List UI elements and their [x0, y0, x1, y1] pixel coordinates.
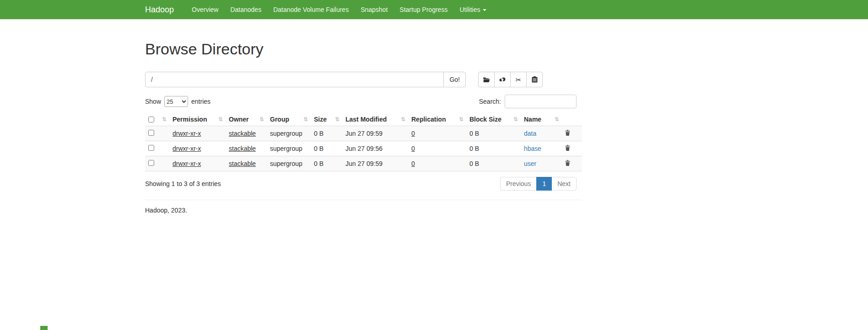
search-control: Search: [479, 95, 577, 108]
column-header-last-modified[interactable]: Last Modified⇅ [343, 113, 409, 126]
permission-value[interactable]: drwxr-xr-x [173, 145, 201, 152]
nav-item-datanode-volume-failures[interactable]: Datanode Volume Failures [267, 0, 355, 19]
path-row: Go! ✂ [145, 72, 582, 87]
column-label: Owner [229, 116, 249, 123]
column-label: Replication [411, 116, 446, 123]
row-checkbox[interactable] [148, 160, 154, 166]
row-checkbox[interactable] [148, 130, 154, 136]
column-header-owner[interactable]: Owner⇅ [226, 113, 268, 126]
nav-item-overview[interactable]: Overview [186, 0, 224, 19]
row-checkbox[interactable] [148, 145, 154, 151]
show-label: Show [145, 98, 161, 105]
footer-divider [145, 200, 582, 200]
table-row: drwxr-xr-x stackable supergroup 0 B Jun … [145, 126, 582, 141]
size-value: 0 B [314, 145, 323, 152]
chevron-down-icon [483, 9, 486, 11]
pagination-page-1[interactable]: 1 [536, 177, 552, 191]
last-modified-value: Jun 27 09:59 [345, 160, 383, 167]
sort-icon: ⇅ [259, 116, 264, 122]
replication-value[interactable]: 0 [411, 160, 415, 167]
replication-value[interactable]: 0 [411, 130, 415, 137]
select-all-checkbox[interactable] [148, 117, 154, 122]
delete-button[interactable] [565, 130, 570, 136]
entries-label: entries [191, 98, 210, 105]
column-header-replication[interactable]: Replication⇅ [409, 113, 467, 126]
footer-text: Hadoop, 2023. [145, 207, 582, 214]
directory-table: ⇅ Permission⇅ Owner⇅ Group⇅ Size⇅ Last M… [145, 113, 582, 171]
pagination-next[interactable]: Next [551, 177, 577, 191]
navbar-brand[interactable]: Hadoop [145, 5, 174, 15]
nav-item-utilities[interactable]: Utilities [453, 0, 492, 19]
owner-value[interactable]: stackable [229, 160, 256, 167]
search-input[interactable] [505, 95, 577, 108]
block-size-value: 0 B [469, 145, 479, 152]
trash-icon [565, 145, 570, 151]
go-button[interactable]: Go! [443, 72, 466, 87]
toolbar-button-group: ✂ [478, 72, 543, 87]
column-label: Size [314, 116, 327, 123]
block-size-value: 0 B [469, 160, 479, 167]
navbar: Hadoop Overview Datanodes Datanode Volum… [0, 0, 868, 19]
trash-icon [565, 130, 570, 136]
path-input-group: Go! [145, 72, 466, 87]
directory-path-input[interactable] [145, 72, 444, 87]
group-value: supergroup [270, 145, 302, 152]
page-title: Browse Directory [145, 40, 582, 58]
sort-icon: ⇅ [303, 116, 308, 122]
group-value: supergroup [270, 130, 302, 137]
paste-button[interactable] [526, 72, 543, 87]
table-row: drwxr-xr-x stackable supergroup 0 B Jun … [145, 141, 582, 156]
paste-icon [532, 76, 538, 83]
column-label: Block Size [469, 116, 501, 123]
pagination: Previous 1 Next [500, 177, 577, 191]
delete-button[interactable] [565, 145, 570, 151]
column-header-size[interactable]: Size⇅ [312, 113, 343, 126]
owner-value[interactable]: stackable [229, 145, 256, 152]
nav-item-snapshot[interactable]: Snapshot [355, 0, 394, 19]
size-value: 0 B [314, 130, 323, 137]
permission-value[interactable]: drwxr-xr-x [173, 130, 201, 137]
replication-value[interactable]: 0 [411, 145, 415, 152]
owner-value[interactable]: stackable [229, 130, 256, 137]
directory-link[interactable]: hbase [524, 145, 541, 152]
nav-item-startup-progress[interactable]: Startup Progress [394, 0, 453, 19]
sort-icon: ⇅ [218, 116, 223, 122]
cloud-upload-icon [499, 76, 506, 83]
nav-item-datanodes[interactable]: Datanodes [224, 0, 267, 19]
sort-icon: ⇅ [459, 116, 464, 122]
sort-icon: ⇅ [555, 116, 559, 122]
column-label: Permission [173, 116, 207, 123]
table-summary: Showing 1 to 3 of 3 entries [145, 180, 221, 187]
sort-icon: ⇅ [335, 116, 340, 122]
directory-link[interactable]: user [524, 160, 536, 167]
table-row: drwxr-xr-x stackable supergroup 0 B Jun … [145, 156, 582, 171]
table-info-row: Showing 1 to 3 of 3 entries Previous 1 N… [145, 177, 582, 191]
bottom-left-green-artifact [40, 326, 48, 330]
sort-icon: ⇅ [513, 116, 518, 122]
column-header-select[interactable]: ⇅ [145, 113, 170, 126]
last-modified-value: Jun 27 09:59 [345, 130, 383, 137]
column-label: Group [270, 116, 289, 123]
scissors-icon: ✂ [516, 76, 522, 83]
pagination-previous[interactable]: Previous [500, 177, 537, 191]
column-header-group[interactable]: Group⇅ [268, 113, 312, 126]
delete-button[interactable] [565, 160, 570, 166]
column-header-block-size[interactable]: Block Size⇅ [467, 113, 522, 126]
permission-value[interactable]: drwxr-xr-x [173, 160, 201, 167]
utilities-label: Utilities [459, 6, 480, 13]
create-directory-button[interactable] [478, 72, 495, 87]
page-size-select[interactable]: 25 [164, 96, 188, 107]
column-header-permission[interactable]: Permission⇅ [170, 113, 226, 126]
folder-open-icon [483, 77, 490, 83]
last-modified-value: Jun 27 09:56 [345, 145, 383, 152]
column-label: Last Modified [345, 116, 387, 123]
column-header-actions [563, 113, 582, 126]
directory-link[interactable]: data [524, 130, 536, 137]
sort-icon: ⇅ [162, 116, 167, 122]
upload-files-button[interactable] [494, 72, 511, 87]
column-header-name[interactable]: Name⇅ [522, 113, 563, 126]
cut-button[interactable]: ✂ [510, 72, 527, 87]
sort-icon: ⇅ [401, 116, 405, 122]
column-label: Name [524, 116, 541, 123]
table-header-row: ⇅ Permission⇅ Owner⇅ Group⇅ Size⇅ Last M… [145, 113, 582, 126]
